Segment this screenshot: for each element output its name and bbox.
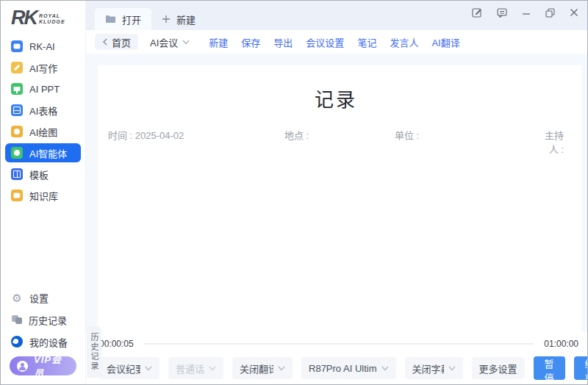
brand-word-royal: ROYAL — [39, 13, 65, 20]
sidebar-item-ai-table[interactable]: AI表格 — [5, 101, 81, 120]
meeting-minutes-dropdown[interactable]: 会议纪要 — [99, 357, 159, 379]
template-grid-icon — [11, 168, 23, 180]
field-unit[interactable]: 单位 : — [395, 128, 542, 156]
language-dropdown[interactable]: 普通话 — [168, 357, 223, 379]
app-window: RK ROYAL KLUDGE RK-AI AI写作 AI PPT AI表格 — [0, 0, 588, 385]
sidebar-item-label: AI PPT — [29, 84, 60, 95]
sidebar-item-label: AI写作 — [29, 61, 57, 75]
brand-logo-text: RK — [11, 8, 37, 28]
maximize-restore-icon[interactable] — [545, 8, 555, 18]
back-chevron-icon — [102, 38, 108, 46]
comment-icon[interactable] — [497, 8, 507, 18]
presentation-icon — [11, 83, 23, 95]
main-area: 打开 新建 首页 AI会议 — [86, 1, 587, 384]
sidebar-item-label: AI绘图 — [29, 125, 57, 139]
plus-icon — [162, 15, 171, 24]
field-host[interactable]: 主持人 : — [542, 128, 564, 156]
chevron-down-icon — [145, 366, 152, 371]
record-document[interactable]: 记录 时间 : 2025-04-02 地点 : 单位 : 主持人 : — [98, 65, 581, 331]
field-place[interactable]: 地点 : — [284, 128, 395, 156]
chevron-down-icon — [182, 40, 190, 45]
history-panel-tab[interactable]: 历史记录 — [87, 326, 101, 378]
progress-track[interactable] — [144, 343, 534, 345]
paint-icon — [11, 126, 23, 137]
book-icon — [11, 190, 23, 201]
device-dropdown[interactable]: R87Pro AI Ultim — [301, 357, 395, 379]
sidebar-item-ai-draw[interactable]: AI绘图 — [5, 122, 81, 141]
sidebar-item-label: RK-AI — [29, 41, 55, 52]
robot-icon — [11, 147, 23, 159]
pause-recording-button[interactable]: 暂停记录 — [534, 356, 565, 380]
history-icon — [12, 315, 22, 324]
stop-recording-button[interactable]: 结束记录 — [574, 356, 588, 380]
chevron-down-icon — [381, 366, 389, 371]
action-export[interactable]: 导出 — [273, 35, 293, 49]
timer-row: 00:00:05 01:00:00 — [99, 336, 578, 352]
feedback-icon[interactable] — [472, 7, 482, 18]
action-speaker[interactable]: 发言人 — [390, 35, 418, 49]
sidebar-item-knowledge[interactable]: 知识库 — [5, 186, 81, 205]
chevron-down-icon — [209, 366, 216, 371]
home-label: 首页 — [112, 35, 131, 49]
sidebar-item-history[interactable]: 历史记录 — [5, 311, 81, 328]
sidebar-item-templates[interactable]: 模板 — [5, 165, 81, 184]
document-meta-fields: 时间 : 2025-04-02 地点 : 单位 : 主持人 : — [108, 128, 564, 156]
chevron-down-icon — [448, 366, 456, 371]
sidebar-item-ai-agent[interactable]: AI智能体 — [5, 143, 81, 162]
sidebar-item-label: 模板 — [29, 168, 49, 181]
sidebar-footer: ⚙ 设置 历史记录 我的设备 VIP会员 — [1, 289, 85, 378]
brand-logo: RK ROYAL KLUDGE — [1, 5, 85, 35]
elapsed-time: 00:00:05 — [99, 339, 134, 349]
brand-word-kludge: KLUDGE — [39, 19, 65, 26]
gear-icon: ⚙ — [11, 292, 23, 303]
field-time[interactable]: 时间 : 2025-04-02 — [108, 128, 284, 156]
sidebar-item-label: AI表格 — [29, 104, 57, 118]
sidebar: RK ROYAL KLUDGE RK-AI AI写作 AI PPT AI表格 — [1, 1, 86, 384]
sidebar-item-rk-ai[interactable]: RK-AI — [5, 37, 81, 56]
title-band: 打开 新建 — [86, 1, 587, 30]
translation-dropdown[interactable]: 关闭翻译 — [232, 357, 293, 379]
table-icon — [11, 104, 23, 116]
tab-new[interactable]: 新建 — [151, 8, 206, 30]
sidebar-item-settings[interactable]: ⚙ 设置 — [5, 289, 81, 306]
meeting-toolbar: 首页 AI会议 新建 保存 导出 会议设置 笔记 发言人 AI翻译 — [86, 30, 587, 54]
window-controls — [472, 1, 578, 18]
recording-bar: 00:00:05 01:00:00 会议纪要 普通话 关闭翻译 R — [86, 331, 587, 384]
close-icon[interactable] — [570, 8, 578, 17]
sidebar-item-ai-writing[interactable]: AI写作 — [5, 58, 81, 77]
action-meeting-settings[interactable]: 会议设置 — [306, 35, 344, 49]
sidebar-nav: RK-AI AI写作 AI PPT AI表格 AI绘图 AI智能体 — [1, 35, 85, 206]
more-settings-button[interactable]: 更多设置 — [472, 357, 525, 379]
ai-meeting-dropdown[interactable]: AI会议 — [150, 35, 190, 49]
total-time: 01:00:00 — [544, 339, 578, 349]
sidebar-item-label: 历史记录 — [29, 313, 67, 327]
subtitles-dropdown[interactable]: 关闭字幕 — [405, 357, 463, 379]
toolbar-actions: 新建 保存 导出 会议设置 笔记 发言人 AI翻译 — [209, 35, 459, 49]
action-notes[interactable]: 笔记 — [357, 35, 376, 49]
device-icon — [11, 336, 23, 348]
action-new[interactable]: 新建 — [209, 35, 228, 49]
back-home-button[interactable]: 首页 — [95, 34, 138, 50]
history-panel-tab-label: 历史记录 — [88, 333, 100, 371]
pen-icon — [11, 62, 23, 73]
sidebar-item-ai-ppt[interactable]: AI PPT — [5, 79, 81, 98]
sidebar-item-label: 设置 — [29, 291, 49, 305]
minimize-icon[interactable] — [522, 8, 531, 17]
tab-open-label: 打开 — [122, 12, 141, 26]
sidebar-item-label: AI智能体 — [29, 146, 67, 160]
chevron-down-icon — [278, 366, 285, 371]
folder-icon — [105, 15, 116, 24]
vip-member-button[interactable]: VIP会员 — [10, 356, 76, 375]
sidebar-item-label: 知识库 — [29, 189, 58, 203]
vip-label: VIP会员 — [34, 352, 69, 380]
document-title: 记录 — [108, 84, 564, 112]
tab-new-label: 新建 — [176, 12, 196, 26]
action-save[interactable]: 保存 — [241, 35, 260, 49]
tab-open[interactable]: 打开 — [95, 8, 151, 30]
action-ai-translate[interactable]: AI翻译 — [431, 35, 459, 49]
sidebar-item-my-devices[interactable]: 我的设备 — [5, 333, 81, 350]
sidebar-item-label: 我的设备 — [29, 335, 68, 349]
chat-bubble-icon — [11, 40, 23, 52]
recording-controls: 会议纪要 普通话 关闭翻译 R87Pro AI Ultim 关闭字幕 — [99, 356, 578, 380]
ai-meeting-label: AI会议 — [150, 35, 178, 49]
